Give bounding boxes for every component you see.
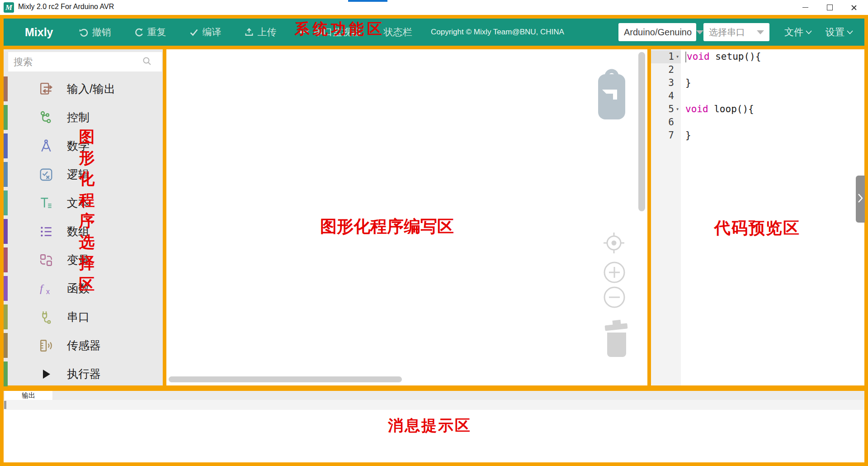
redo-icon [134, 27, 144, 37]
sidebar-item-function[interactable]: fx函数 [4, 274, 163, 303]
toolbar-items: 撤销重复编译上传串口监视器状态栏 [79, 26, 412, 38]
serialport-icon [38, 309, 54, 325]
blockly-workspace[interactable] [166, 49, 647, 385]
category-label: 逻辑 [67, 167, 90, 182]
svg-text:f: f [40, 282, 44, 294]
code-lines: 1▾void setup(){23}45▾void loop(){67} [651, 50, 864, 142]
sidebar-item-variable[interactable]: 变量 [4, 246, 163, 274]
board-select[interactable]: Arduino/Genuino [618, 23, 696, 41]
text-caret [685, 52, 686, 62]
tab-output[interactable]: 输出 [5, 391, 52, 400]
function-icon: fx [38, 281, 54, 297]
undo-icon [79, 27, 89, 37]
toolbar-item-label: 串口监视器 [314, 26, 361, 38]
chevron-right-icon [857, 193, 863, 205]
code-line: 2 [651, 63, 864, 76]
zoom-out-button[interactable] [603, 286, 626, 310]
toolbar-item-serial-monitor[interactable]: 串口监视器 [299, 26, 361, 38]
variable-icon [38, 252, 54, 268]
category-label: 变量 [67, 252, 90, 267]
window-title: Mixly 2.0 rc2 For Arduino AVR [18, 3, 114, 11]
toolbar-item-status-bar[interactable]: 状态栏 [384, 26, 412, 38]
line-number[interactable]: 5▾ [651, 103, 681, 116]
chevron-down-icon [757, 30, 764, 34]
minimize-icon [802, 7, 808, 8]
sidebar-item-actuator[interactable]: 执行器 [4, 360, 163, 388]
logic-icon [38, 166, 54, 183]
category-color-bar [4, 76, 8, 101]
file-menu[interactable]: 文件 [784, 19, 812, 46]
serial-monitor-icon [299, 27, 310, 37]
search-input[interactable] [8, 52, 136, 71]
port-select[interactable]: 选择串口 [703, 23, 769, 41]
category-label: 数学 [67, 138, 90, 153]
code-text [681, 63, 685, 76]
search-button[interactable] [132, 52, 162, 71]
line-number[interactable]: 3 [651, 76, 681, 90]
top-accent-line [348, 0, 387, 2]
category-color-bar [4, 133, 8, 158]
control-icon [38, 109, 54, 126]
toolbar-item-upload[interactable]: 上传 [244, 26, 277, 38]
output-panel: 输出 [4, 391, 864, 462]
output-tab-bar: 输出 [4, 391, 864, 400]
toolbar-item-label: 重复 [147, 26, 166, 38]
output-message-area [4, 410, 864, 462]
panel-expand-handle[interactable] [856, 176, 865, 223]
line-number[interactable]: 2 [651, 63, 681, 76]
category-color-bar [4, 333, 8, 358]
toolbar-item-redo[interactable]: 重复 [134, 26, 166, 38]
zoom-in-button[interactable] [603, 261, 626, 285]
code-text: } [681, 129, 691, 142]
sidebar-item-math[interactable]: 数学 [4, 132, 163, 160]
category-label: 串口 [67, 309, 90, 324]
workspace-vertical-scrollbar[interactable] [638, 52, 645, 211]
sidebar-item-io[interactable]: 输入/输出 [4, 75, 163, 103]
compile-icon [189, 27, 199, 37]
mixly-logo-icon: M [4, 2, 14, 13]
fold-arrow-icon[interactable]: ▾ [674, 103, 681, 116]
close-icon [851, 5, 857, 11]
zoom-reset-button[interactable] [601, 230, 627, 257]
actuator-icon [38, 366, 54, 382]
category-color-bar [4, 190, 8, 215]
sidebar-categories: 输入/输出控制数学逻辑文本数组变量fx函数串口传感器执行器 [4, 75, 163, 388]
trash-icon[interactable] [603, 319, 631, 360]
title-bar: M Mixly 2.0 rc2 For Arduino AVR [0, 0, 868, 15]
fold-arrow-icon[interactable]: ▾ [674, 50, 681, 63]
chevron-down-icon [806, 30, 812, 34]
sidebar-item-serialport[interactable]: 串口 [4, 303, 163, 331]
mixly-brand-menu[interactable]: Mixly [25, 26, 53, 39]
toolbar-item-compile[interactable]: 编译 [189, 26, 222, 38]
sidebar-item-array[interactable]: 数组 [4, 217, 163, 246]
code-text: void loop(){ [681, 103, 754, 116]
toolbar-item-label: 状态栏 [384, 26, 412, 38]
sidebar-item-sensor[interactable]: 传感器 [4, 331, 163, 360]
maximize-button[interactable] [819, 0, 840, 15]
array-icon [38, 223, 54, 240]
block-palette-sidebar: 输入/输出控制数学逻辑文本数组变量fx函数串口传感器执行器 [4, 49, 163, 385]
code-text [681, 90, 685, 103]
search-icon [142, 56, 152, 67]
workspace-horizontal-scrollbar[interactable] [169, 376, 402, 382]
line-number[interactable]: 4 [651, 90, 681, 103]
minimize-button[interactable] [795, 0, 816, 15]
line-number[interactable]: 6 [651, 116, 681, 129]
toolbar-item-undo[interactable]: 撤销 [79, 26, 111, 38]
sidebar-item-text[interactable]: 文本 [4, 189, 163, 217]
settings-menu[interactable]: 设置 [826, 19, 853, 46]
text-icon [38, 195, 54, 211]
sidebar-item-control[interactable]: 控制 [4, 103, 163, 132]
backpack-icon[interactable] [597, 62, 627, 123]
category-label: 传感器 [67, 338, 101, 353]
search-row [4, 51, 163, 72]
close-button[interactable] [844, 0, 864, 15]
line-number[interactable]: 1▾ [651, 50, 681, 63]
toolbar-item-label: 上传 [258, 26, 277, 38]
line-number[interactable]: 7 [651, 129, 681, 142]
category-color-bar [4, 105, 8, 130]
category-color-bar [4, 247, 8, 272]
code-line: 3} [651, 76, 864, 90]
sidebar-item-logic[interactable]: 逻辑 [4, 160, 163, 189]
copyright-text: Copyright © Mixly Team@BNU, CHINA [431, 19, 564, 46]
